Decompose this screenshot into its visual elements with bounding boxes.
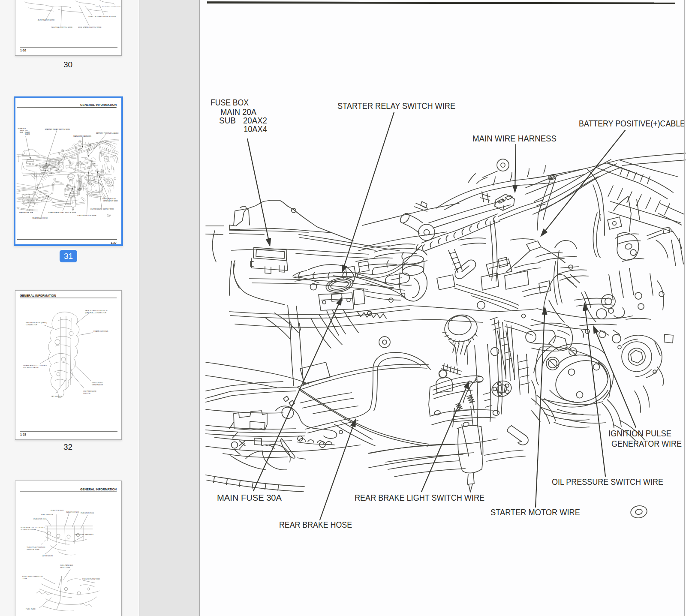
svg-text:GENERAL INFORMATION: GENERAL INFORMATION (20, 294, 56, 297)
svg-text:SENSOR WIRE: SENSOR WIRE (27, 548, 39, 550)
svg-text:ALTERNATOR WIRE: ALTERNATOR WIRE (38, 19, 55, 21)
svg-text:SIDE STAND SWITCH WIRE: SIDE STAND SWITCH WIRE (78, 26, 102, 28)
svg-text:INJECTOR NO3: INJECTOR NO3 (66, 511, 79, 513)
svg-text:INJECTOR NO2: INJECTOR NO2 (51, 509, 64, 511)
svg-text:1-26: 1-26 (20, 49, 26, 52)
svg-text:MAIN 20A: MAIN 20A (220, 107, 257, 117)
svg-text:FUEL TUBE: FUEL TUBE (26, 608, 36, 610)
svg-text:1-27: 1-27 (111, 241, 117, 244)
svg-text:BATTERY POSITIVE(+)CABLE: BATTERY POSITIVE(+)CABLE (579, 119, 685, 128)
svg-text:INJECTOR NO1: INJECTOR NO1 (33, 518, 47, 520)
svg-text:GENERATOR: GENERATOR (92, 384, 103, 386)
svg-text:IAT SENSOR: IAT SENSOR (42, 555, 53, 557)
svg-text:REAR BRAKE HOSE: REAR BRAKE HOSE (279, 520, 352, 529)
svg-text:OIL PRESSURE SWITCH WIRE: OIL PRESSURE SWITCH WIRE (552, 477, 663, 487)
svg-text:TUBE: TUBE (22, 577, 27, 580)
svg-text:FUEL RETURN TUBE: FUEL RETURN TUBE (82, 578, 100, 580)
svg-text:GENERAL INFORMATION: GENERAL INFORMATION (80, 103, 117, 106)
svg-text:GENERATOR WIRE: GENERATOR WIRE (611, 439, 682, 448)
svg-text:REGULATOR/RECTIFIER WIRE: REGULATOR/RECTIFIER WIRE (96, 6, 120, 8)
svg-text:FUSE BOX: FUSE BOX (211, 98, 249, 107)
svg-text:STARTER RELAY SWITCH WIRE: STARTER RELAY SWITCH WIRE (337, 101, 455, 111)
svg-text:VEHICLE SPEED SENSOR WIRE: VEHICLE SPEED SENSOR WIRE (88, 15, 116, 18)
svg-text:INJECTOR NO4: INJECTOR NO4 (81, 512, 94, 514)
svg-text:20AX2: 20AX2 (243, 116, 267, 125)
svg-text:MAIN FUSE 30A: MAIN FUSE 30A (217, 493, 282, 502)
svg-text:(NATURAL) CONNECTOR: (NATURAL) CONNECTOR (85, 312, 106, 314)
svg-text:MAIN WIRE HARNESS: MAIN WIRE HARNESS (472, 134, 557, 143)
svg-text:MAIN WIRE HARNESS: MAIN WIRE HARNESS (75, 533, 93, 535)
svg-text:FRAME GROUND: FRAME GROUND (93, 330, 108, 332)
svg-text:SOLENOID VALVE: SOLENOID VALVE (21, 529, 36, 531)
svg-text:SUB: SUB (219, 116, 236, 125)
svg-text:1-28: 1-28 (20, 433, 26, 436)
svg-text:REAR BRAKE LIGHT SWITCH WIRE: REAR BRAKE LIGHT SWITCH WIRE (355, 493, 484, 502)
svg-text:VENT TUBE: VENT TUBE (60, 566, 70, 568)
svg-text:CONNECTOR: CONNECTOR (26, 324, 37, 326)
svg-text:SWITCH: SWITCH (83, 392, 90, 394)
svg-text:MAP SENSOR: MAP SENSOR (41, 514, 53, 516)
svg-text:IAT SENSOR: IAT SENSOR (51, 395, 62, 397)
svg-text:NEUTRAL SWITCH WIRE: NEUTRAL SWITCH WIRE (51, 26, 72, 28)
svg-text:10AX4: 10AX4 (244, 124, 267, 134)
svg-text:SOLENOID VALVE: SOLENOID VALVE (23, 367, 39, 369)
svg-text:GENERAL INFORMATION: GENERAL INFORMATION (80, 488, 117, 491)
svg-text:IGNITION PULSE: IGNITION PULSE (608, 429, 671, 438)
svg-text:STARTER MOTOR WIRE: STARTER MOTOR WIRE (490, 508, 580, 517)
